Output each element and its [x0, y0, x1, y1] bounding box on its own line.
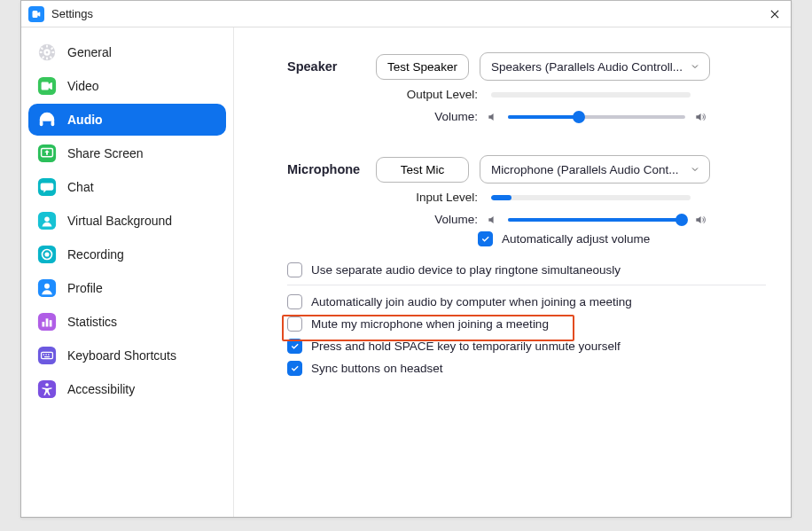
mute-on-join-label: Mute my microphone when joining a meetin… — [311, 317, 549, 331]
mic-volume-slider[interactable] — [508, 218, 685, 222]
mic-input-level-label: Input Level: — [376, 191, 478, 204]
sidebar-item-share-screen[interactable]: Share Screen — [28, 137, 226, 169]
speaker-output-level-meter — [491, 92, 691, 98]
mic-device-select[interactable]: Microphone (Parallels Audio Cont... — [480, 155, 710, 184]
slider-thumb[interactable] — [675, 214, 688, 226]
separate-ringtone-label: Use separate audio device to play ringto… — [311, 263, 621, 277]
svg-point-8 — [44, 216, 50, 222]
sidebar-item-label: Statistics — [67, 315, 117, 329]
svg-point-11 — [44, 252, 49, 256]
close-button[interactable] — [766, 5, 784, 23]
divider — [287, 285, 766, 285]
sidebar-item-keyboard-shortcuts[interactable]: Keyboard Shortcuts — [28, 340, 226, 371]
sidebar-item-label: Share Screen — [67, 146, 144, 160]
svg-point-22 — [48, 354, 50, 355]
sync-headset-label: Sync buttons on headset — [311, 362, 443, 375]
sidebar-item-accessibility[interactable]: Accessibility — [28, 373, 226, 405]
sidebar-item-label: Virtual Background — [67, 214, 172, 228]
sidebar-item-video[interactable]: Video — [28, 70, 226, 102]
sidebar-item-statistics[interactable]: Statistics — [28, 306, 226, 338]
accessibility-icon — [37, 379, 57, 399]
sidebar-item-label: Chat — [67, 180, 94, 194]
chat-icon — [37, 177, 57, 197]
recording-icon — [37, 245, 57, 264]
sidebar-item-label: Video — [67, 79, 99, 93]
statistics-icon — [37, 312, 57, 332]
close-icon — [769, 8, 781, 20]
test-mic-button[interactable]: Test Mic — [376, 157, 469, 183]
sidebar-item-chat[interactable]: Chat — [28, 171, 226, 203]
sidebar-item-general[interactable]: General — [28, 36, 226, 68]
speaker-volume-label: Volume: — [376, 110, 478, 123]
sidebar-item-profile[interactable]: Profile — [28, 272, 226, 304]
test-speaker-button[interactable]: Test Speaker — [376, 54, 469, 80]
svg-point-20 — [43, 354, 45, 355]
space-unmute-checkbox[interactable] — [287, 339, 302, 354]
svg-rect-3 — [51, 121, 55, 126]
auto-join-audio-checkbox[interactable] — [287, 294, 302, 309]
sidebar-item-label: Keyboard Shortcuts — [67, 348, 176, 363]
svg-point-21 — [45, 354, 47, 355]
chevron-down-icon — [690, 164, 700, 175]
svg-rect-23 — [44, 356, 50, 357]
settings-window: Settings General Video — [20, 0, 792, 518]
mic-device-value: Microphone (Parallels Audio Cont... — [491, 163, 684, 176]
slider-thumb[interactable] — [573, 111, 585, 123]
share-screen-icon — [37, 144, 57, 163]
svg-rect-16 — [46, 318, 49, 326]
svg-point-25 — [45, 383, 49, 387]
volume-low-icon — [487, 214, 499, 226]
mic-input-level-fill — [491, 195, 511, 200]
app-icon — [28, 6, 44, 22]
mic-input-level-meter — [491, 195, 691, 200]
sync-headset-checkbox[interactable] — [287, 361, 302, 376]
speaker-volume-slider[interactable] — [508, 115, 685, 119]
volume-high-icon — [694, 214, 707, 226]
sidebar-item-virtual-background[interactable]: Virtual Background — [28, 205, 226, 237]
video-icon — [37, 76, 57, 96]
speaker-device-select[interactable]: Speakers (Parallels Audio Controll... — [480, 52, 710, 81]
auto-adjust-volume-label: Automatically adjust volume — [502, 232, 650, 246]
titlebar: Settings — [21, 1, 791, 27]
auto-adjust-volume-checkbox[interactable] — [478, 231, 493, 246]
audio-settings-panel: Speaker Test Speaker Speakers (Parallels… — [234, 27, 791, 517]
microphone-section-label: Microphone — [287, 162, 376, 176]
virtual-background-icon — [37, 211, 57, 230]
volume-low-icon — [487, 111, 499, 123]
mute-on-join-checkbox[interactable] — [287, 316, 302, 332]
mic-volume-label: Volume: — [376, 213, 478, 226]
sidebar-item-audio[interactable]: Audio — [28, 104, 226, 136]
speaker-output-level-label: Output Level: — [376, 88, 478, 101]
profile-icon — [37, 278, 57, 298]
sidebar-item-label: Accessibility — [67, 382, 135, 396]
speaker-section-label: Speaker — [287, 59, 376, 74]
separate-ringtone-checkbox[interactable] — [287, 262, 302, 277]
speaker-device-value: Speakers (Parallels Audio Controll... — [491, 60, 684, 74]
svg-rect-15 — [43, 322, 45, 327]
sidebar-item-label: General — [67, 45, 112, 59]
sidebar-item-label: Audio — [67, 113, 103, 127]
sidebar: General Video Audio Share Screen — [21, 27, 234, 517]
volume-high-icon — [694, 111, 707, 123]
svg-rect-17 — [50, 320, 52, 326]
keyboard-icon — [37, 346, 57, 365]
sidebar-item-label: Profile — [67, 281, 103, 295]
sidebar-item-recording[interactable]: Recording — [28, 238, 226, 270]
svg-rect-2 — [40, 121, 43, 126]
headphones-icon — [37, 110, 57, 129]
sidebar-item-label: Recording — [67, 247, 124, 262]
space-unmute-label: Press and hold SPACE key to temporarily … — [311, 340, 621, 353]
svg-point-13 — [44, 284, 50, 289]
window-title: Settings — [51, 7, 93, 20]
gear-icon — [37, 43, 57, 62]
chevron-down-icon — [690, 61, 700, 72]
auto-join-audio-label: Automatically join audio by computer whe… — [311, 295, 632, 308]
